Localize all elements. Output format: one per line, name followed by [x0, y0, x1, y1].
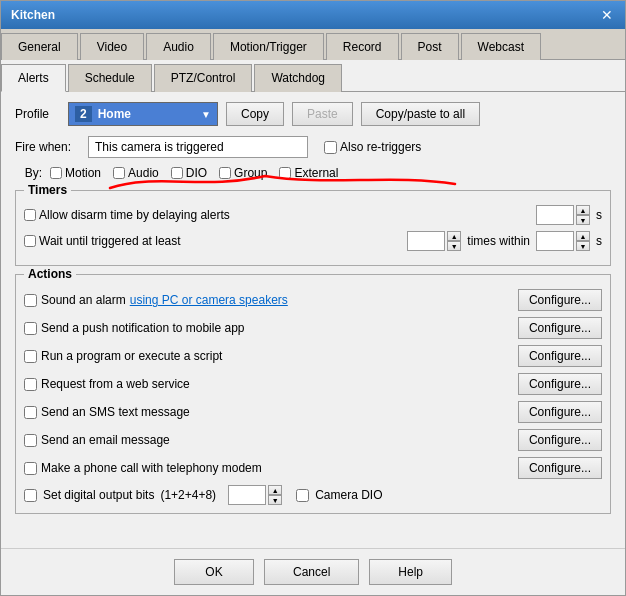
- close-button[interactable]: ✕: [599, 8, 615, 22]
- group-label: Group: [234, 166, 267, 180]
- disarm-spinner: 0 ▲ ▼ s: [536, 205, 602, 225]
- motion-checkbox[interactable]: [50, 167, 62, 179]
- top-tab-bar: General Video Audio Motion/Trigger Recor…: [1, 29, 625, 60]
- action-label-0[interactable]: Sound an alarm using PC or camera speake…: [24, 293, 518, 307]
- ok-button[interactable]: OK: [174, 559, 254, 585]
- by-row-container: By: Motion Audio DIO: [15, 166, 611, 180]
- action-checkbox-0[interactable]: [24, 294, 37, 307]
- action-checkbox-6[interactable]: [24, 462, 37, 475]
- tab-general[interactable]: General: [1, 33, 78, 60]
- actions-content: Sound an alarm using PC or camera speake…: [16, 275, 610, 513]
- by-row: By: Motion Audio DIO: [15, 166, 611, 180]
- wait-triggered-row[interactable]: Wait until triggered at least: [24, 234, 401, 248]
- window-title: Kitchen: [11, 8, 55, 22]
- actions-group: Actions Sound an alarm using PC or camer…: [15, 274, 611, 514]
- wait-triggered-checkbox[interactable]: [24, 235, 36, 247]
- times-spinner-btns: ▲ ▼: [576, 231, 590, 251]
- by-external[interactable]: External: [279, 166, 338, 180]
- disarm-down-btn[interactable]: ▼: [576, 215, 590, 225]
- tab-post[interactable]: Post: [401, 33, 459, 60]
- action-label-6[interactable]: Make a phone call with telephony modem: [24, 461, 518, 475]
- disarm-time-checkbox[interactable]: [24, 209, 36, 221]
- by-checks: Motion Audio DIO Group: [50, 166, 338, 180]
- cancel-button[interactable]: Cancel: [264, 559, 359, 585]
- wait-spinner-btns: ▲ ▼: [447, 231, 461, 251]
- action-checkbox-2[interactable]: [24, 350, 37, 363]
- tab-record[interactable]: Record: [326, 33, 399, 60]
- action-text-4: Send an SMS text message: [41, 405, 190, 419]
- action-label-1[interactable]: Send a push notification to mobile app: [24, 321, 518, 335]
- digital-up-btn[interactable]: ▲: [268, 485, 282, 495]
- action-checkbox-4[interactable]: [24, 406, 37, 419]
- action-text-1: Send a push notification to mobile app: [41, 321, 244, 335]
- audio-label: Audio: [128, 166, 159, 180]
- configure-btn-4[interactable]: Configure...: [518, 401, 602, 423]
- times-down-btn[interactable]: ▼: [576, 241, 590, 251]
- disarm-value[interactable]: 0: [536, 205, 574, 225]
- camera-dio-checkbox[interactable]: [296, 489, 309, 502]
- configure-btn-0[interactable]: Configure...: [518, 289, 602, 311]
- tab-watchdog[interactable]: Watchdog: [254, 64, 342, 92]
- times-up-btn[interactable]: ▲: [576, 231, 590, 241]
- by-motion[interactable]: Motion: [50, 166, 101, 180]
- second-tab-bar: Alerts Schedule PTZ/Control Watchdog: [1, 60, 625, 92]
- configure-btn-3[interactable]: Configure...: [518, 373, 602, 395]
- dio-checkbox[interactable]: [171, 167, 183, 179]
- wait-spinner: 1 ▲ ▼ times within 1 ▲ ▼ s: [407, 231, 602, 251]
- disarm-unit: s: [596, 208, 602, 222]
- configure-btn-1[interactable]: Configure...: [518, 317, 602, 339]
- wait-up-btn[interactable]: ▲: [447, 231, 461, 241]
- paste-button[interactable]: Paste: [292, 102, 353, 126]
- audio-checkbox[interactable]: [113, 167, 125, 179]
- times-value[interactable]: 1: [536, 231, 574, 251]
- copy-paste-all-button[interactable]: Copy/paste to all: [361, 102, 480, 126]
- tab-video[interactable]: Video: [80, 33, 144, 60]
- configure-btn-5[interactable]: Configure...: [518, 429, 602, 451]
- digital-value[interactable]: 1: [228, 485, 266, 505]
- by-dio[interactable]: DIO: [171, 166, 207, 180]
- tab-motion-trigger[interactable]: Motion/Trigger: [213, 33, 324, 60]
- wait-value[interactable]: 1: [407, 231, 445, 251]
- timer-row-2: Wait until triggered at least 1 ▲ ▼ time…: [24, 231, 602, 251]
- group-checkbox[interactable]: [219, 167, 231, 179]
- timer-row-1: Allow disarm time by delaying alerts 0 ▲…: [24, 205, 602, 225]
- tab-audio[interactable]: Audio: [146, 33, 211, 60]
- digital-output-link: (1+2+4+8): [160, 488, 216, 502]
- by-group[interactable]: Group: [219, 166, 267, 180]
- profile-dropdown[interactable]: 2 Home ▼: [68, 102, 218, 126]
- tab-schedule[interactable]: Schedule: [68, 64, 152, 92]
- action-checkbox-1[interactable]: [24, 322, 37, 335]
- configure-btn-6[interactable]: Configure...: [518, 457, 602, 479]
- profile-row: Profile 2 Home ▼ Copy Paste Copy/paste t…: [15, 102, 611, 126]
- action-label-3[interactable]: Request from a web service: [24, 377, 518, 391]
- disarm-time-row[interactable]: Allow disarm time by delaying alerts: [24, 208, 530, 222]
- configure-btn-2[interactable]: Configure...: [518, 345, 602, 367]
- also-retriggers-checkbox[interactable]: [324, 141, 337, 154]
- digital-down-btn[interactable]: ▼: [268, 495, 282, 505]
- main-window: Kitchen ✕ General Video Audio Motion/Tri…: [0, 0, 626, 596]
- tab-alerts[interactable]: Alerts: [1, 64, 66, 92]
- action-label-2[interactable]: Run a program or execute a script: [24, 349, 518, 363]
- fire-when-row: Fire when: This camera is triggered Also…: [15, 136, 611, 158]
- action-checkbox-5[interactable]: [24, 434, 37, 447]
- digital-spinner-btns: ▲ ▼: [268, 485, 282, 505]
- tab-ptz-control[interactable]: PTZ/Control: [154, 64, 253, 92]
- digital-output-checkbox[interactable]: [24, 489, 37, 502]
- disarm-up-btn[interactable]: ▲: [576, 205, 590, 215]
- profile-num: 2: [75, 106, 92, 122]
- external-checkbox[interactable]: [279, 167, 291, 179]
- action-text-2: Run a program or execute a script: [41, 349, 222, 363]
- fire-when-label: Fire when:: [15, 140, 80, 154]
- action-label-5[interactable]: Send an email message: [24, 433, 518, 447]
- by-audio[interactable]: Audio: [113, 166, 159, 180]
- tab-webcast[interactable]: Webcast: [461, 33, 541, 60]
- wait-down-btn[interactable]: ▼: [447, 241, 461, 251]
- action-text-0: Sound an alarm: [41, 293, 126, 307]
- also-retriggers-label: Also re-triggers: [340, 140, 421, 154]
- action-row-2: Run a program or execute a script Config…: [24, 345, 602, 367]
- action-checkbox-3[interactable]: [24, 378, 37, 391]
- action-label-4[interactable]: Send an SMS text message: [24, 405, 518, 419]
- copy-button[interactable]: Copy: [226, 102, 284, 126]
- fire-when-select[interactable]: This camera is triggered: [88, 136, 308, 158]
- help-button[interactable]: Help: [369, 559, 452, 585]
